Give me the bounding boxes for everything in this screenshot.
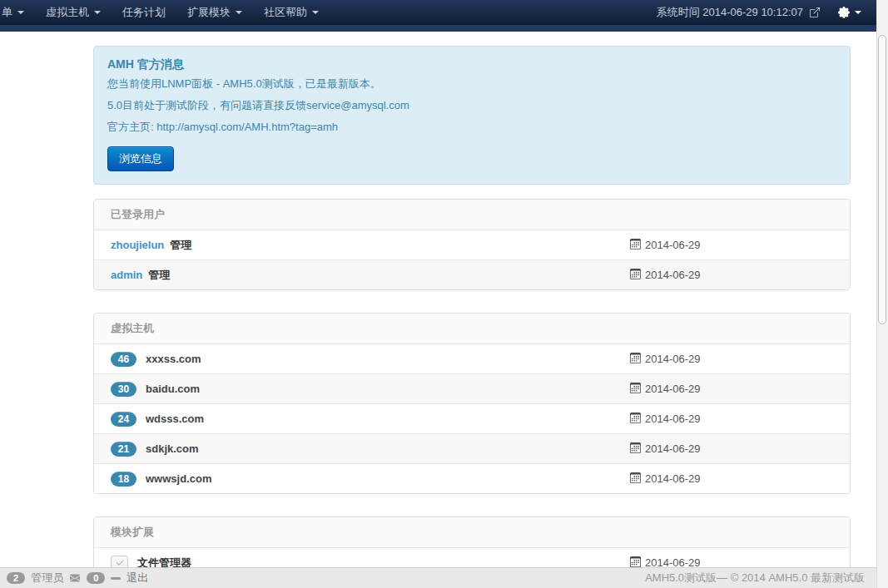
calendar-icon (630, 353, 641, 366)
vertical-scrollbar-track[interactable] (876, 0, 888, 588)
nav-item-label: 社区帮助 (264, 5, 307, 20)
admin-count-badge: 2 (7, 572, 25, 584)
host-domain: wdsss.com (146, 413, 204, 425)
logged-users-panel: 已登录用户 zhoujielun 管理 2014-06-29 admin 管理 (93, 199, 851, 290)
date-value: 2014-06-29 (645, 239, 701, 251)
gear-icon (838, 7, 850, 18)
panel-title: 虚拟主机 (94, 314, 850, 343)
row-date: 2014-06-29 (630, 239, 833, 252)
host-row: 18 wwwsjd.com 2014-06-29 (94, 463, 850, 493)
host-row: 21 sdkjk.com 2014-06-29 (94, 433, 850, 463)
logout-link[interactable]: 退出 (127, 571, 148, 586)
virtual-hosts-panel: 虚拟主机 46 xxxss.com 2014-06-29 30 baidu.co… (93, 313, 851, 494)
user-link[interactable]: zhoujielun (111, 239, 164, 251)
user-row-main: admin 管理 (111, 268, 630, 283)
system-time-label: 系统时间 (657, 6, 700, 18)
user-row: admin 管理 2014-06-29 (94, 259, 850, 289)
user-link[interactable]: admin (111, 269, 142, 281)
host-count-badge: 30 (111, 382, 136, 397)
system-time: 系统时间 2014-06-29 10:12:07 (657, 5, 803, 20)
external-link-icon[interactable] (810, 7, 820, 17)
nav-right-group: 系统时间 2014-06-29 10:12:07 (657, 5, 876, 20)
calendar-icon (630, 472, 641, 486)
calendar-icon (630, 269, 641, 282)
chevron-down-icon (94, 11, 101, 14)
chevron-down-icon (312, 11, 319, 14)
minus-icon (111, 577, 121, 580)
row-date: 2014-06-29 (630, 472, 833, 486)
browse-info-button[interactable]: 浏览信息 (107, 146, 174, 171)
calendar-icon (630, 413, 641, 426)
envelope-icon (69, 573, 81, 583)
date-value: 2014-06-29 (645, 383, 701, 395)
calendar-icon (630, 239, 641, 252)
settings-menu-button[interactable] (838, 7, 861, 18)
host-domain: baidu.com (146, 383, 200, 395)
official-message-line: 您当前使用LNMP面板 - AMH5.0测试版，已是最新版本。 (107, 77, 836, 91)
chevron-down-icon (17, 11, 24, 14)
footer-status-group: 2 管理员 0 退出 (7, 571, 148, 586)
date-value: 2014-06-29 (645, 472, 701, 485)
chevron-down-icon (855, 11, 861, 14)
date-value: 2014-06-29 (645, 413, 701, 425)
version-text: AMH5.0测试版— © 2014 AMH5.0 最新测试版 (645, 571, 865, 586)
host-row: 46 xxxss.com 2014-06-29 (94, 343, 850, 373)
navbar-accent-strip (0, 25, 876, 32)
host-count-badge: 46 (111, 352, 136, 367)
official-message-title: AMH 官方消息 (107, 57, 836, 72)
host-domain: wwwsjd.com (146, 472, 211, 485)
nav-item-menu[interactable]: 单 (0, 0, 35, 25)
nav-item-label: 任务计划 (122, 5, 166, 20)
host-domain: xxxss.com (146, 353, 201, 365)
official-message-line: 5.0目前处于测试阶段，有问题请直接反馈service@amysql.com (107, 98, 836, 112)
panel-title: 模块扩展 (94, 517, 850, 547)
row-date: 2014-06-29 (630, 383, 833, 396)
host-row-main: 21 sdkjk.com (111, 442, 630, 457)
main-content: AMH 官方消息 您当前使用LNMP面板 - AMH5.0测试版，已是最新版本。… (93, 32, 851, 578)
admin-label: 管理员 (31, 571, 63, 586)
host-row-main: 30 baidu.com (111, 382, 630, 397)
chevron-down-icon (236, 11, 242, 14)
calendar-icon (630, 442, 641, 456)
host-domain: sdkjk.com (146, 442, 199, 455)
panel-title: 已登录用户 (94, 200, 850, 230)
date-value: 2014-06-29 (645, 269, 701, 281)
host-count-badge: 21 (111, 442, 136, 457)
user-row-main: zhoujielun 管理 (111, 238, 630, 253)
official-message-line: 官方主页: http://amysql.com/AMH.htm?tag=amh (107, 120, 836, 134)
calendar-icon (630, 383, 641, 396)
nav-item-community-help[interactable]: 社区帮助 (253, 0, 330, 25)
top-navbar: 单 虚拟主机 任务计划 扩展模块 社区帮助 系统时间 2014-06-29 10… (0, 0, 876, 25)
message-count-badge: 0 (87, 572, 105, 584)
user-row: zhoujielun 管理 2014-06-29 (94, 230, 850, 259)
host-count-badge: 24 (111, 412, 136, 427)
row-date: 2014-06-29 (630, 353, 833, 366)
vertical-scrollbar-thumb[interactable] (878, 35, 886, 324)
nav-item-label: 虚拟主机 (46, 5, 89, 20)
nav-item-label: 单 (2, 5, 12, 20)
row-date: 2014-06-29 (630, 413, 833, 426)
date-value: 2014-06-29 (645, 442, 701, 455)
user-role: 管理 (170, 238, 191, 253)
host-row: 30 baidu.com 2014-06-29 (94, 373, 850, 403)
nav-item-virtual-hosts[interactable]: 虚拟主机 (35, 0, 112, 25)
footer-bar: 2 管理员 0 退出 AMH5.0测试版— © 2014 AMH5.0 最新测试… (0, 567, 876, 588)
nav-item-extension-modules[interactable]: 扩展模块 (176, 0, 253, 25)
nav-item-label: 扩展模块 (187, 5, 231, 20)
host-row: 24 wdsss.com 2014-06-29 (94, 403, 850, 433)
nav-item-task-schedule[interactable]: 任务计划 (112, 0, 176, 25)
host-row-main: 18 wwwsjd.com (111, 472, 630, 487)
date-value: 2014-06-29 (645, 353, 701, 365)
official-message-panel: AMH 官方消息 您当前使用LNMP面板 - AMH5.0测试版，已是最新版本。… (93, 46, 851, 185)
host-row-main: 24 wdsss.com (111, 412, 630, 427)
host-count-badge: 18 (111, 472, 136, 487)
system-time-value: 2014-06-29 10:12:07 (702, 6, 803, 18)
nav-menu-group: 单 虚拟主机 任务计划 扩展模块 社区帮助 (0, 0, 330, 25)
row-date: 2014-06-29 (630, 269, 833, 282)
row-date: 2014-06-29 (630, 442, 833, 456)
host-row-main: 46 xxxss.com (111, 352, 630, 367)
user-role: 管理 (148, 268, 170, 283)
